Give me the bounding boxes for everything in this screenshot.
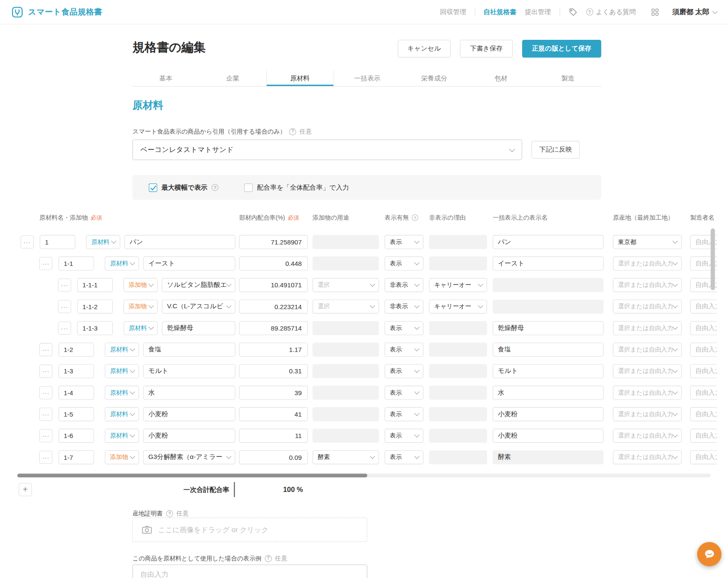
ratio-input[interactable]: 39 (239, 386, 308, 400)
hide-reason-select[interactable] (429, 450, 487, 465)
apply-below-button[interactable]: 下記に反映 (532, 141, 580, 159)
save-draft-button[interactable]: 下書き保存 (460, 40, 513, 58)
row-menu-button[interactable] (39, 343, 53, 356)
nav-submission-management[interactable]: 提出管理 (525, 8, 551, 16)
origin-select[interactable]: 選択または自由入力 (613, 429, 682, 443)
ingredient-name-input[interactable]: イースト (143, 256, 235, 271)
display-name-input[interactable]: パン (493, 235, 603, 249)
usage-select[interactable] (312, 321, 379, 335)
display-name-input[interactable]: 水 (493, 386, 603, 400)
row-number-input[interactable]: 1-3 (59, 364, 94, 378)
row-number-input[interactable]: 1-1 (59, 256, 94, 271)
usage-select[interactable]: 選択 (312, 278, 379, 292)
row-menu-button[interactable] (39, 365, 53, 378)
ratio-input[interactable]: 0.31 (239, 364, 308, 378)
display-select[interactable]: 非表示 (385, 278, 424, 292)
display-select[interactable]: 表示 (385, 450, 424, 465)
ratio-input[interactable]: 10.491071 (239, 278, 308, 292)
row-menu-button[interactable] (39, 451, 53, 464)
hide-reason-select[interactable] (429, 386, 487, 400)
row-type-select[interactable]: 原材料 (124, 321, 158, 335)
display-name-input[interactable] (493, 278, 603, 292)
origin-select[interactable]: 選択または自由入力 (613, 407, 682, 421)
origin-select[interactable]: 選択または自由入力 (613, 450, 682, 465)
ingredient-name-input[interactable]: 乾燥酵母 (162, 321, 235, 335)
row-menu-button[interactable] (39, 386, 53, 399)
row-type-select[interactable]: 原材料 (105, 364, 139, 378)
origin-select[interactable]: 選択または自由入力 (613, 321, 682, 335)
display-select[interactable]: 表示 (385, 429, 424, 443)
row-type-select[interactable]: 原材料 (105, 429, 139, 443)
hide-reason-select[interactable] (429, 256, 487, 271)
ingredient-name-input[interactable]: 小麦粉 (143, 407, 235, 421)
help-icon[interactable] (264, 555, 271, 562)
ingredient-name-input[interactable]: 小麦粉 (143, 429, 235, 443)
hide-reason-select[interactable]: キャリーオー (429, 278, 487, 292)
origin-select[interactable]: 選択または自由入力 (613, 343, 682, 357)
row-type-select[interactable]: 原材料 (105, 256, 139, 271)
nav-faq[interactable]: よくある質問 (586, 8, 636, 16)
row-type-select[interactable]: 原材料 (105, 407, 139, 421)
maker-input[interactable]: 自由入力 (690, 321, 716, 335)
tab-5[interactable]: 包材 (467, 70, 534, 86)
overall-ratio-checkbox[interactable] (244, 183, 253, 192)
display-name-input[interactable] (493, 300, 603, 314)
row-type-select[interactable]: 添加物 (124, 300, 158, 314)
display-select[interactable]: 表示 (385, 364, 424, 378)
row-number-input[interactable]: 1-6 (59, 429, 94, 443)
certificate-dropzone[interactable]: ここに画像をドラッグ or クリック (132, 518, 367, 542)
row-number-input[interactable]: 1-4 (59, 386, 94, 400)
save-official-button[interactable]: 正規の版として保存 (522, 40, 601, 58)
display-select[interactable]: 表示 (385, 343, 424, 357)
ingredient-name-input[interactable]: V.C（L-アスコルビ (162, 300, 235, 314)
row-menu-button[interactable] (58, 300, 71, 313)
ratio-input[interactable]: 41 (239, 407, 308, 421)
apps-grid-icon[interactable] (651, 8, 659, 16)
usage-select[interactable] (312, 256, 379, 271)
tab-0[interactable]: 基本 (132, 70, 199, 86)
row-menu-button[interactable] (39, 257, 53, 270)
hide-reason-select[interactable] (429, 321, 487, 335)
display-name-input[interactable]: 小麦粉 (493, 429, 603, 443)
user-menu[interactable]: 須磨都 太郎 (672, 7, 717, 16)
usage-select[interactable] (312, 386, 379, 400)
tab-1[interactable]: 企業 (199, 70, 266, 86)
ingredient-name-input[interactable]: パン (125, 235, 235, 249)
ratio-input[interactable]: 11 (239, 429, 308, 443)
add-row-button[interactable] (19, 483, 32, 496)
display-name-input[interactable]: イースト (493, 256, 603, 271)
chat-button[interactable] (697, 542, 722, 566)
tab-3[interactable]: 一括表示 (334, 70, 401, 86)
ratio-input[interactable]: 1.17 (239, 343, 308, 357)
quote-product-select[interactable]: ベーコンレタストマトサンド (132, 140, 522, 160)
row-type-select[interactable]: 添加物 (124, 278, 158, 292)
help-icon[interactable] (289, 128, 296, 135)
maker-input[interactable]: 自由入力 (690, 364, 716, 378)
usage-example-input[interactable]: 自由入力 (132, 564, 367, 578)
tab-4[interactable]: 栄養成分 (401, 70, 467, 86)
hide-reason-select[interactable]: キャリーオー (429, 300, 487, 314)
ratio-input[interactable]: 0.223214 (239, 300, 308, 314)
origin-select[interactable]: 選択または自由入力 (613, 364, 682, 378)
usage-select[interactable] (312, 407, 379, 421)
hide-reason-select[interactable] (429, 429, 487, 443)
row-number-input[interactable]: 1-1-1 (77, 278, 113, 292)
cancel-button[interactable]: キャンセル (398, 40, 451, 58)
ingredient-name-input[interactable]: 食塩 (143, 343, 235, 357)
ingredient-name-input[interactable]: G3分解酵素（α-アミラー (143, 450, 235, 465)
usage-select[interactable] (312, 235, 379, 249)
display-select[interactable]: 表示 (385, 386, 424, 400)
hide-reason-select[interactable] (429, 364, 487, 378)
maker-input[interactable]: 自由入力 (690, 343, 716, 357)
row-number-input[interactable]: 1-1-3 (77, 321, 113, 335)
ratio-input[interactable]: 71.258907 (239, 235, 308, 249)
row-number-input[interactable]: 1-7 (59, 450, 94, 465)
maker-input[interactable]: 自由入力 (690, 429, 716, 443)
help-icon[interactable] (166, 510, 173, 517)
usage-select[interactable] (312, 364, 379, 378)
maker-input[interactable]: 自由入力 (690, 300, 716, 314)
display-select[interactable]: 表示 (385, 407, 424, 421)
display-name-input[interactable]: 小麦粉 (493, 407, 603, 421)
row-menu-button[interactable] (58, 278, 71, 292)
row-number-input[interactable]: 1 (40, 235, 75, 249)
